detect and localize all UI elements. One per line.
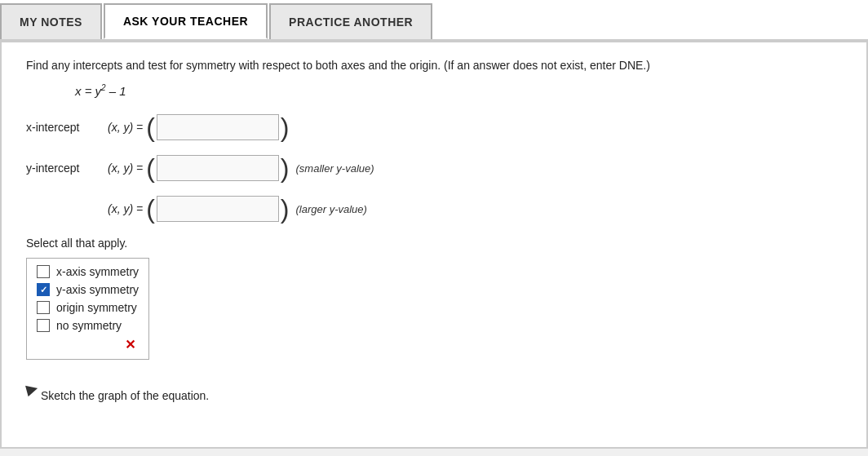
y-intercept-eq-larger: (x, y) = xyxy=(108,202,143,215)
open-paren-ys: ( xyxy=(146,155,155,181)
y-intercept-smaller-row: y-intercept (x, y) = ( ) (smaller y-valu… xyxy=(26,155,842,181)
checkbox-no-sym[interactable] xyxy=(37,319,50,332)
checkbox-label-y-axis: y-axis symmetry xyxy=(56,283,139,296)
smaller-y-label: (smaller y-value) xyxy=(296,162,374,175)
top-bar: MY NOTES ASK YOUR TEACHER PRACTICE ANOTH… xyxy=(0,0,868,41)
y-intercept-larger-row: (x, y) = ( ) (larger y-value) xyxy=(108,196,842,222)
checkbox-label-origin: origin symmetry xyxy=(56,301,137,314)
red-x-row: ✕ xyxy=(37,337,139,352)
sketch-row: ▶ Sketch the graph of the equation. xyxy=(26,374,842,402)
tab-my-notes[interactable]: MY NOTES xyxy=(0,3,102,39)
instructions: Find any intercepts and test for symmetr… xyxy=(26,59,842,72)
checkbox-label-no-sym: no symmetry xyxy=(56,319,122,332)
y-intercept-larger-input[interactable] xyxy=(157,196,279,222)
sketch-label: Sketch the graph of the equation. xyxy=(41,389,209,402)
equation-display: x = y2 – 1 xyxy=(75,83,842,98)
checkbox-row-y-axis[interactable]: y-axis symmetry xyxy=(37,283,139,296)
close-paren-x: ) xyxy=(281,114,290,140)
checkbox-origin[interactable] xyxy=(37,301,50,314)
select-all-label: Select all that apply. xyxy=(26,237,842,250)
y-intercept-label: y-intercept xyxy=(26,162,108,175)
y-intercept-eq-smaller: (x, y) = xyxy=(108,162,143,175)
checkbox-x-axis[interactable] xyxy=(37,265,50,278)
checkbox-y-axis[interactable] xyxy=(37,283,50,296)
tab-practice-another[interactable]: PRACTICE ANOTHER xyxy=(269,3,432,39)
cursor-arrow-icon: ▶ xyxy=(24,379,39,399)
x-intercept-label: x-intercept xyxy=(26,121,108,134)
tab-ask-teacher[interactable]: ASK YOUR TEACHER xyxy=(104,3,268,39)
checkbox-row-origin[interactable]: origin symmetry xyxy=(37,301,139,314)
checkbox-row-x-axis[interactable]: x-axis symmetry xyxy=(37,265,139,278)
checkbox-row-no-sym[interactable]: no symmetry xyxy=(37,319,139,332)
open-paren-yl: ( xyxy=(146,196,155,222)
close-paren-yl: ) xyxy=(281,196,290,222)
larger-y-label: (larger y-value) xyxy=(296,203,367,215)
main-content: Find any intercepts and test for symmetr… xyxy=(0,41,868,449)
x-intercept-eq: (x, y) = xyxy=(108,121,143,134)
checkbox-label-x-axis: x-axis symmetry xyxy=(56,265,139,278)
x-intercept-row: x-intercept (x, y) = ( ) xyxy=(26,114,842,140)
x-intercept-input[interactable] xyxy=(157,114,279,140)
equation-text: x = y2 – 1 xyxy=(75,84,126,98)
y-intercept-smaller-input[interactable] xyxy=(157,155,279,181)
open-paren-x: ( xyxy=(146,114,155,140)
close-paren-ys: ) xyxy=(281,155,290,181)
red-x-icon[interactable]: ✕ xyxy=(125,337,135,352)
checkbox-group: x-axis symmetry y-axis symmetry origin s… xyxy=(26,258,149,360)
